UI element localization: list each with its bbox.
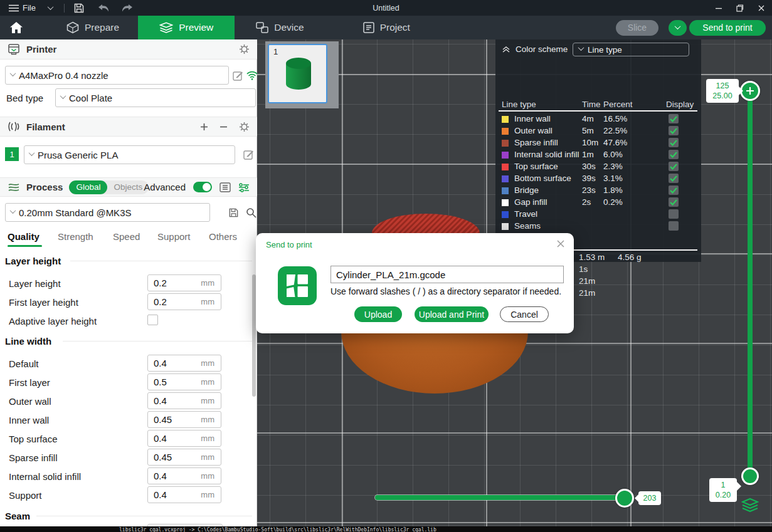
close-icon bbox=[758, 4, 765, 12]
setting-label: Inner wall bbox=[9, 415, 49, 425]
setting-label: Internal solid infill bbox=[9, 471, 81, 482]
line-width-outer-wall-input[interactable] bbox=[148, 395, 192, 406]
display-checkbox[interactable] bbox=[669, 114, 679, 123]
setting-label: Top surface bbox=[9, 434, 58, 444]
edit-filament-icon[interactable] bbox=[243, 149, 254, 160]
save-button[interactable] bbox=[70, 0, 88, 16]
row-label: Inner wall bbox=[514, 114, 551, 123]
display-checkbox[interactable] bbox=[669, 138, 679, 147]
filament-settings-gear-icon[interactable] bbox=[239, 122, 250, 132]
scope-global[interactable]: Global bbox=[69, 180, 107, 194]
display-checkbox[interactable] bbox=[669, 126, 679, 135]
wifi-connection-icon[interactable] bbox=[246, 71, 258, 80]
row-label: Travel bbox=[514, 209, 537, 219]
home-button[interactable] bbox=[0, 16, 33, 39]
tune-parameters-icon[interactable] bbox=[238, 182, 250, 192]
adaptive-layer-height-checkbox[interactable] bbox=[147, 315, 158, 325]
minimize-button[interactable] bbox=[708, 0, 729, 16]
tab-preview[interactable]: Preview bbox=[138, 16, 235, 39]
tab-support[interactable]: Support bbox=[157, 231, 191, 242]
tab-project[interactable]: Project bbox=[347, 16, 426, 39]
edit-printer-icon[interactable] bbox=[233, 70, 243, 81]
filename-input[interactable] bbox=[330, 266, 564, 283]
main-nav-bar: Prepare Preview Device Project Slice Sen… bbox=[0, 16, 772, 39]
printer-select[interactable]: A4MaxPro 0.4 nozzle bbox=[5, 66, 229, 85]
display-checkbox[interactable] bbox=[669, 185, 679, 195]
display-checkbox[interactable] bbox=[669, 162, 679, 171]
view-mode-select[interactable]: Line type bbox=[573, 43, 689, 56]
save-preset-icon[interactable] bbox=[228, 207, 239, 218]
tab-device[interactable]: Device bbox=[240, 16, 320, 39]
process-preset-select[interactable]: 0.20mm Standard @MK3S bbox=[5, 203, 210, 222]
process-section-header: Process Global Objects Advanced bbox=[0, 177, 257, 197]
tab-prepare[interactable]: Prepare bbox=[50, 16, 135, 39]
plate-number: 1 bbox=[273, 47, 278, 56]
first-layer-height-input[interactable] bbox=[148, 296, 192, 307]
tab-others[interactable]: Others bbox=[209, 231, 237, 242]
line-width-top-surface-input[interactable] bbox=[148, 433, 192, 444]
unit-label: mm bbox=[201, 434, 214, 443]
tab-strength[interactable]: Strength bbox=[58, 231, 93, 242]
layer-height-group-title: Layer height bbox=[5, 256, 61, 266]
filament-select[interactable]: Prusa Generic PLA bbox=[24, 145, 235, 164]
send-to-print-button[interactable]: Send to print bbox=[689, 20, 766, 36]
row-percent: 22.5% bbox=[603, 126, 627, 135]
layers-mode-button[interactable] bbox=[741, 498, 759, 515]
layer-slider-bottom-handle[interactable] bbox=[741, 467, 759, 485]
view-mode-value: Line type bbox=[588, 45, 622, 55]
undo-button[interactable] bbox=[93, 0, 114, 16]
line-width-inner-wall-input[interactable] bbox=[148, 414, 192, 425]
search-parameters-icon[interactable] bbox=[246, 207, 256, 218]
advanced-toggle[interactable] bbox=[193, 182, 212, 192]
tab-speed[interactable]: Speed bbox=[113, 231, 140, 242]
layer-slider-track[interactable] bbox=[748, 91, 753, 477]
slice-button-label: Slice bbox=[628, 23, 647, 33]
file-menu-chevron-icon[interactable] bbox=[48, 4, 54, 10]
legend-header[interactable]: Color scheme bbox=[502, 44, 568, 54]
legend-row: Seams bbox=[495, 221, 701, 232]
check-icon bbox=[670, 187, 677, 194]
line-width-first-layer-input[interactable] bbox=[148, 377, 192, 387]
bed-type-select[interactable]: Cool Plate bbox=[55, 88, 256, 107]
parameter-list-icon[interactable] bbox=[219, 182, 231, 192]
display-checkbox[interactable] bbox=[669, 174, 679, 183]
line-width-support-input[interactable] bbox=[148, 489, 192, 500]
slice-button[interactable]: Slice bbox=[616, 20, 658, 36]
row-label: Sparse infill bbox=[514, 138, 558, 147]
tab-quality[interactable]: Quality bbox=[8, 231, 40, 242]
tab-prepare-label: Prepare bbox=[85, 22, 119, 33]
filament-slot-row: 1 Prusa Generic PLA bbox=[0, 145, 257, 164]
move-slider-track[interactable] bbox=[375, 495, 626, 500]
remove-filament-icon[interactable] bbox=[219, 123, 228, 131]
display-checkbox[interactable] bbox=[669, 209, 679, 219]
plate-thumbnail[interactable]: 1 bbox=[268, 44, 327, 103]
printer-section-header: Printer bbox=[0, 39, 257, 60]
printer-settings-gear-icon[interactable] bbox=[239, 44, 250, 55]
filament-slot-number[interactable]: 1 bbox=[5, 147, 19, 161]
display-checkbox[interactable] bbox=[669, 221, 679, 231]
unit-label: mm bbox=[201, 415, 214, 424]
scope-objects[interactable]: Objects bbox=[107, 182, 149, 192]
line-width-internal-solid-input[interactable] bbox=[148, 471, 192, 481]
cancel-button[interactable]: Cancel bbox=[500, 306, 549, 322]
layer-bottom-tooltip: 1 0.20 bbox=[709, 478, 737, 502]
display-checkbox[interactable] bbox=[669, 150, 679, 159]
restore-button[interactable] bbox=[729, 0, 751, 16]
move-slider-handle[interactable] bbox=[615, 489, 634, 508]
dialog-close-button[interactable] bbox=[556, 239, 565, 251]
line-width-sparse-infill-input[interactable] bbox=[148, 452, 192, 462]
close-button[interactable] bbox=[751, 0, 772, 16]
add-filament-icon[interactable] bbox=[200, 123, 208, 131]
layer-height-input[interactable] bbox=[148, 278, 192, 288]
upload-button[interactable]: Upload bbox=[354, 306, 402, 322]
column-time: Time bbox=[582, 100, 601, 109]
process-scope-toggle[interactable]: Global Objects bbox=[69, 180, 149, 194]
display-checkbox[interactable] bbox=[669, 197, 679, 207]
swatch bbox=[502, 164, 509, 170]
send-options-chevron-button[interactable] bbox=[669, 20, 687, 36]
first-layer-height-field: mm bbox=[147, 293, 221, 310]
line-width-default-input[interactable] bbox=[148, 358, 192, 368]
file-menu[interactable]: File bbox=[5, 0, 40, 16]
upload-and-print-button[interactable]: Upload and Print bbox=[415, 306, 489, 322]
redo-button[interactable] bbox=[117, 0, 137, 16]
